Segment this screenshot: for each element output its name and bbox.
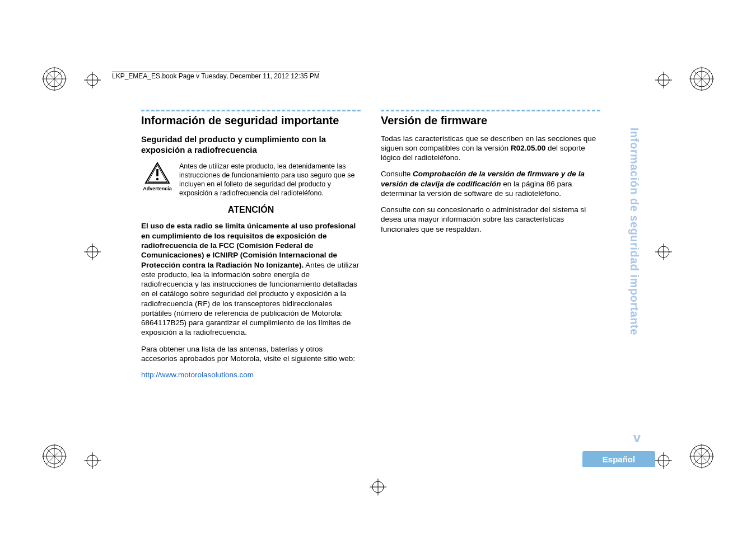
registration-mark-icon	[84, 72, 101, 88]
registration-mark-icon	[655, 452, 672, 469]
right-title: Versión de firmware	[381, 114, 600, 128]
warning-triangle-icon	[144, 162, 170, 184]
corner-mark-icon	[40, 442, 68, 470]
right-para-3: Consulte con su concesionario o administ…	[381, 205, 600, 234]
svg-point-3	[156, 178, 158, 180]
language-tab: Español	[582, 451, 655, 467]
warning-block: Advertencia Antes de utilizar este produ…	[141, 162, 361, 198]
warning-icon-wrap: Advertencia	[141, 162, 174, 193]
left-column: Información de seguridad importante Segu…	[141, 110, 361, 380]
attention-heading: ATENCIÓN	[141, 204, 361, 216]
corner-mark-icon	[688, 442, 716, 470]
warning-text: Antes de utilizar este producto, lea det…	[179, 162, 361, 198]
registration-mark-icon	[370, 479, 386, 495]
left-para-1-rest: Antes de utilizar este producto, lea la …	[141, 261, 359, 337]
corner-mark-icon	[40, 65, 68, 93]
r-p1-bold: R02.05.00	[511, 144, 545, 152]
side-tab-label: Información de seguridad importante	[628, 128, 641, 335]
document-page: LKP_EMEA_ES.book Page v Tuesday, Decembe…	[0, 0, 756, 534]
left-title: Información de seguridad importante	[141, 114, 361, 128]
print-header: LKP_EMEA_ES.book Page v Tuesday, Decembe…	[112, 72, 320, 80]
section-rule	[141, 110, 361, 111]
registration-mark-icon	[655, 243, 672, 260]
r-p2a: Consulte	[381, 170, 413, 178]
registration-mark-icon	[655, 72, 672, 88]
registration-mark-icon	[84, 243, 101, 260]
right-para-2: Consulte Comprobación de la versión de f…	[381, 169, 600, 198]
left-para-1: El uso de esta radio se limita únicament…	[141, 221, 361, 337]
right-para-1: Todas las características que se describ…	[381, 134, 600, 163]
section-rule	[381, 110, 600, 111]
main-content: Información de seguridad importante Segu…	[141, 110, 600, 380]
page-number: v	[633, 430, 641, 446]
warning-label: Advertencia	[143, 186, 172, 193]
svg-rect-2	[156, 169, 158, 176]
right-column: Versión de firmware Todas las caracterís…	[381, 110, 600, 380]
registration-mark-icon	[84, 452, 101, 469]
left-subtitle: Seguridad del producto y cumplimiento co…	[141, 134, 361, 155]
left-para-2: Para obtener una lista de las antenas, b…	[141, 344, 361, 364]
motorola-link[interactable]: http://www.motorolasolutions.com	[141, 371, 254, 379]
corner-mark-icon	[688, 65, 716, 93]
